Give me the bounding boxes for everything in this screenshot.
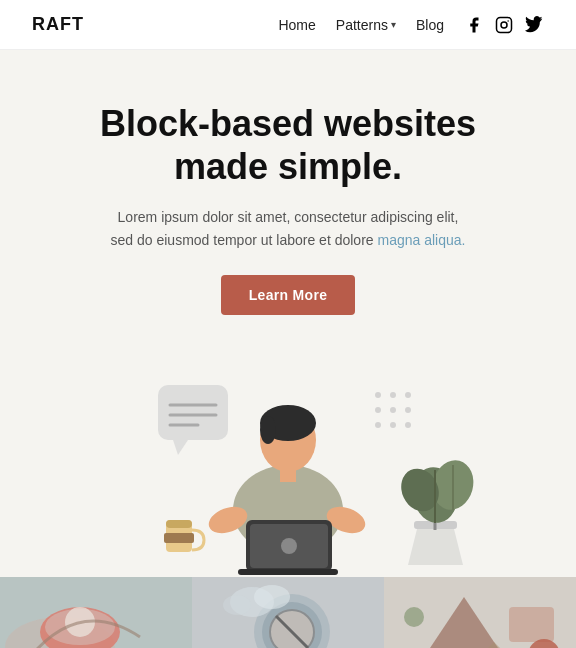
card-2 xyxy=(192,577,384,648)
hero-illustration xyxy=(98,355,478,575)
chevron-down-icon: ▾ xyxy=(391,19,396,30)
nav-blog[interactable]: Blog xyxy=(416,17,444,33)
svg-point-2 xyxy=(507,20,509,22)
svg-rect-29 xyxy=(166,520,192,528)
hero-title: Block-based websites made simple. xyxy=(60,102,516,188)
svg-point-20 xyxy=(260,416,276,444)
svg-marker-49 xyxy=(424,597,504,648)
svg-point-1 xyxy=(501,22,507,28)
svg-point-14 xyxy=(375,422,381,428)
svg-point-15 xyxy=(390,422,396,428)
svg-rect-50 xyxy=(509,607,554,642)
social-icons xyxy=(464,15,544,35)
svg-point-26 xyxy=(281,538,297,554)
svg-rect-3 xyxy=(158,385,228,440)
cards-row xyxy=(0,577,576,648)
svg-point-47 xyxy=(254,585,290,609)
svg-point-13 xyxy=(405,407,411,413)
header: RAFT Home Patterns ▾ Blog xyxy=(0,0,576,50)
svg-rect-27 xyxy=(238,569,338,575)
logo: RAFT xyxy=(32,14,84,35)
hero-section: Block-based websites made simple. Lorem … xyxy=(0,50,576,345)
svg-point-11 xyxy=(375,407,381,413)
nav-patterns[interactable]: Patterns ▾ xyxy=(336,17,396,33)
svg-point-12 xyxy=(390,407,396,413)
svg-point-48 xyxy=(223,595,251,615)
instagram-icon[interactable] xyxy=(494,15,514,35)
twitter-icon[interactable] xyxy=(524,15,544,35)
svg-marker-4 xyxy=(173,440,188,455)
svg-rect-21 xyxy=(280,467,296,482)
svg-point-52 xyxy=(404,607,424,627)
hero-subtitle: Lorem ipsum dolor sit amet, consectetur … xyxy=(108,206,468,251)
main-nav: Home Patterns ▾ Blog xyxy=(278,15,544,35)
learn-more-button[interactable]: Learn More xyxy=(221,275,355,315)
svg-rect-30 xyxy=(164,533,194,543)
svg-point-10 xyxy=(405,392,411,398)
illustration-section xyxy=(0,345,576,575)
facebook-icon[interactable] xyxy=(464,15,484,35)
nav-home[interactable]: Home xyxy=(278,17,315,33)
svg-point-9 xyxy=(390,392,396,398)
svg-rect-0 xyxy=(497,17,512,32)
svg-point-16 xyxy=(405,422,411,428)
card-1 xyxy=(0,577,192,648)
subtitle-link[interactable]: magna aliqua. xyxy=(377,232,465,248)
card-3 xyxy=(384,577,576,648)
svg-point-8 xyxy=(375,392,381,398)
